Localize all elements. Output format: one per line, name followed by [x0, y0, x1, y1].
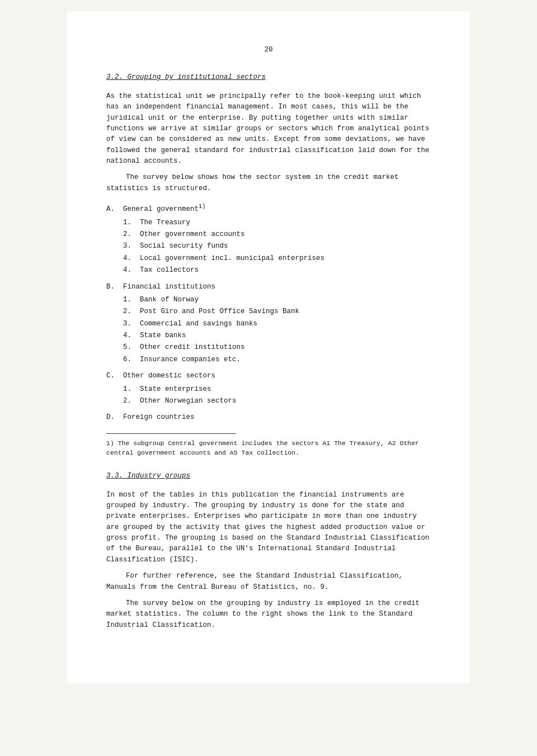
list-item-a-4: 4. Local government incl. municipal ente… — [123, 253, 431, 264]
list-item-a-1: 1. The Treasury — [123, 218, 431, 228]
section-3-3: 3.3. Industry groups In most of the tabl… — [106, 471, 431, 631]
list-item-a-subitems: 1. The Treasury 2. Other government acco… — [123, 218, 431, 276]
list-item-d-label: D. Foreign countries — [106, 412, 431, 423]
list-item-a-3: 3. Social security funds — [123, 241, 431, 252]
section-3-3-para-2: For further reference, see the Standard … — [106, 571, 431, 593]
list-item-b-5: 5. Other credit institutions — [123, 342, 431, 353]
sector-list: A. General government1) 1. The Treasury … — [106, 202, 431, 423]
list-item-a-4b: 4. Tax collectors — [123, 265, 431, 276]
section-3-2-heading: 3.2. Grouping by institutional sectors — [106, 72, 431, 83]
list-item-c: C. Other domestic sectors 1. State enter… — [106, 371, 431, 407]
section-3-3-para-1: In most of the tables in this publicatio… — [106, 490, 431, 566]
list-item-c-label: C. Other domestic sectors — [106, 371, 431, 381]
section-3-2-para-2: The survey below shows how the sector sy… — [106, 172, 431, 194]
list-item-b-4: 4. State banks — [123, 330, 431, 341]
footnote-1: 1) The subgroup Central government inclu… — [106, 438, 431, 458]
list-item-b: B. Financial institutions 1. Bank of Nor… — [106, 282, 431, 366]
list-item-b-1: 1. Bank of Norway — [123, 295, 431, 305]
list-item-c-2: 2. Other Norwegian sectors — [123, 396, 431, 407]
section-3-3-heading: 3.3. Industry groups — [106, 471, 431, 481]
list-item-b-3: 3. Commercial and savings banks — [123, 319, 431, 329]
footnote-divider — [106, 433, 236, 434]
section-3-2: 3.2. Grouping by institutional sectors A… — [106, 72, 431, 457]
section-3-2-para-1: As the statistical unit we principally r… — [106, 91, 431, 167]
section-3-3-para-3: The survey below on the grouping by indu… — [106, 598, 431, 631]
list-item-d: D. Foreign countries — [106, 412, 431, 423]
page-number: 20 — [106, 45, 431, 55]
list-item-b-subitems: 1. Bank of Norway 2. Post Giro and Post … — [123, 295, 431, 365]
list-item-a-label: A. General government1) — [106, 202, 431, 215]
list-item-c-1: 1. State enterprises — [123, 384, 431, 395]
list-item-b-6: 6. Insurance companies etc. — [123, 355, 431, 365]
list-item-c-subitems: 1. State enterprises 2. Other Norwegian … — [123, 384, 431, 407]
list-item-a: A. General government1) 1. The Treasury … — [106, 202, 431, 276]
list-item-b-label: B. Financial institutions — [106, 282, 431, 292]
list-item-b-2: 2. Post Giro and Post Office Savings Ban… — [123, 306, 431, 317]
list-item-a-2: 2. Other government accounts — [123, 229, 431, 240]
document-page: 20 3.2. Grouping by institutional sector… — [67, 11, 470, 683]
